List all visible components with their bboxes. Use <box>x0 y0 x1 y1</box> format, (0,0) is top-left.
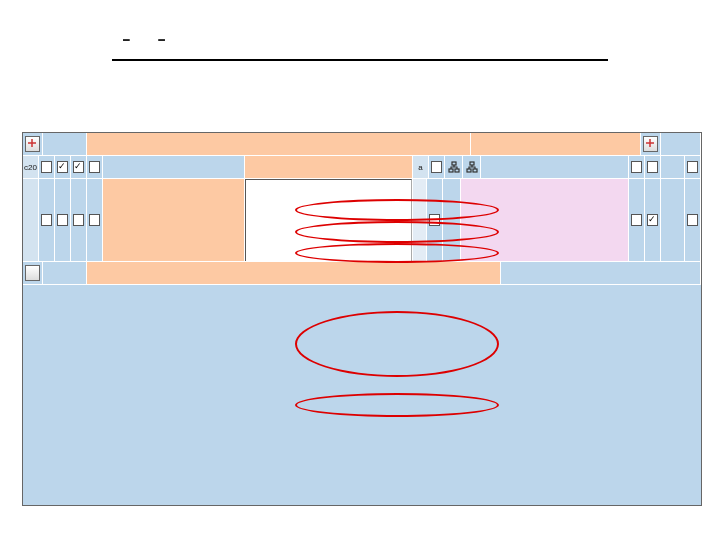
svg-rect-0 <box>452 162 456 165</box>
dropdown-7[interactable] <box>413 179 427 261</box>
annotation-ring-5 <box>295 393 499 417</box>
chk-7-h[interactable] <box>685 179 701 261</box>
columns-row: c20 a <box>23 156 701 179</box>
svg-rect-1 <box>449 169 453 172</box>
chk-7-f[interactable] <box>629 179 645 261</box>
footer-pad <box>501 262 701 284</box>
svg-rect-4 <box>467 169 471 172</box>
app-grid: c20 a <box>22 132 702 506</box>
annotation-ring-4 <box>295 311 499 377</box>
chk-7-e[interactable] <box>427 179 443 261</box>
svg-rect-2 <box>455 169 459 172</box>
round-button[interactable] <box>23 262 43 284</box>
header-row <box>23 133 701 156</box>
title-rule <box>112 59 608 61</box>
chk-7-a[interactable] <box>39 179 55 261</box>
colhead-chk1[interactable] <box>39 156 55 178</box>
footer-instruction <box>87 262 501 284</box>
row-out-7 <box>661 179 685 261</box>
chk-7-d[interactable] <box>87 179 103 261</box>
colhead-num: c20 <box>23 156 39 178</box>
header-instruction <box>87 133 471 155</box>
multiselect-listbox[interactable] <box>245 179 413 261</box>
title-dash1: - <box>122 23 131 52</box>
colhead-chk2[interactable] <box>55 156 71 178</box>
col-output <box>661 156 685 178</box>
colhead-chk3[interactable] <box>71 156 87 178</box>
colhead-num-r: a <box>413 156 429 178</box>
record-right-button[interactable] <box>641 133 661 155</box>
hierarchy-icon-2[interactable] <box>463 156 481 178</box>
colhead-chk-out2[interactable] <box>645 156 661 178</box>
svg-rect-3 <box>470 162 474 165</box>
col-description <box>103 156 245 178</box>
page-title: - - <box>112 22 720 53</box>
colhead-chk-out1[interactable] <box>629 156 645 178</box>
multiselect-row <box>23 179 701 262</box>
chk-7-g[interactable] <box>645 179 661 261</box>
record-left-label <box>43 133 87 155</box>
chk-7-b[interactable] <box>55 179 71 261</box>
row-desc-7 <box>103 179 245 261</box>
round-label <box>43 262 87 284</box>
header-path <box>471 133 641 155</box>
footer-row <box>23 262 701 285</box>
svg-rect-5 <box>473 169 477 172</box>
hierarchy-icon[interactable] <box>445 156 463 178</box>
chk-7-c[interactable] <box>71 179 87 261</box>
colhead-chk-out3[interactable] <box>685 156 701 178</box>
col-value[interactable] <box>245 156 413 178</box>
colhead-chk-r1[interactable] <box>429 156 445 178</box>
record-left-button[interactable] <box>23 133 43 155</box>
colhead-chk4[interactable] <box>87 156 103 178</box>
col-pad <box>481 156 629 178</box>
hierarchy-icon-7[interactable] <box>443 179 461 261</box>
row-number-7 <box>23 179 39 261</box>
title-dash2: - <box>157 23 166 52</box>
record-right-label <box>661 133 701 155</box>
row-pad-7 <box>461 179 629 261</box>
